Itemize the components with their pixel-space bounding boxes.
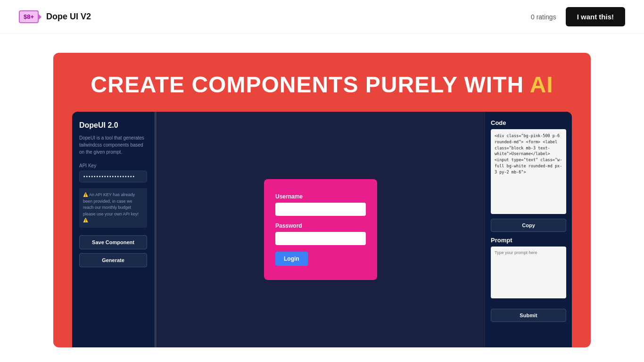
header-left: $8+ Dope UI V2 [19, 10, 91, 23]
preview-area: Username Password Login [157, 112, 485, 347]
app-sidebar-desc: DopeUI is a tool that generates tailwind… [79, 134, 147, 156]
username-label: Username [275, 193, 366, 200]
generate-button[interactable]: Generate [79, 253, 147, 267]
prompt-textarea[interactable] [491, 247, 566, 298]
warning-box: ⚠️ An API KEY has already been provided,… [79, 188, 147, 228]
header: $8+ Dope UI V2 0 ratings I want this! [0, 0, 644, 34]
username-input[interactable] [275, 203, 366, 216]
login-card: Username Password Login [264, 179, 377, 280]
code-panel: Code <div class="bg-pink-500 p-6 rounded… [485, 112, 572, 347]
site-title: Dope UI V2 [46, 12, 91, 22]
prompt-section-title: Prompt [491, 237, 566, 244]
code-section-title: Code [491, 119, 566, 126]
hero-section: CREATE COMPONENTS PURELY WITH AI DopeUI … [53, 53, 591, 347]
login-button[interactable]: Login [275, 252, 308, 266]
code-box: <div class="bg-pink-500 p-6 rounded-md">… [491, 129, 566, 214]
app-sidebar: DopeUI 2.0 DopeUI is a tool that generat… [72, 112, 155, 347]
hero-title-highlight: AI [530, 72, 553, 97]
submit-button[interactable]: Submit [491, 309, 566, 322]
header-right: 0 ratings I want this! [531, 7, 625, 26]
app-mockup: DopeUI 2.0 DopeUI is a tool that generat… [72, 112, 572, 347]
copy-button[interactable]: Copy [491, 219, 566, 232]
app-sidebar-title: DopeUI 2.0 [79, 121, 147, 130]
api-key-label: API Key [79, 163, 147, 168]
save-component-button[interactable]: Save Component [79, 235, 147, 249]
price-badge: $8+ [19, 10, 39, 23]
api-key-input[interactable] [79, 171, 147, 182]
hero-title: CREATE COMPONENTS PURELY WITH AI [72, 72, 572, 98]
password-label: Password [275, 222, 366, 229]
hero-title-text: CREATE COMPONENTS PURELY WITH [91, 72, 529, 97]
ratings-text: 0 ratings [531, 13, 556, 21]
code-section: Code <div class="bg-pink-500 p-6 rounded… [491, 119, 566, 214]
password-input[interactable] [275, 232, 366, 245]
want-button[interactable]: I want this! [566, 7, 625, 26]
prompt-section: Prompt [491, 237, 566, 300]
